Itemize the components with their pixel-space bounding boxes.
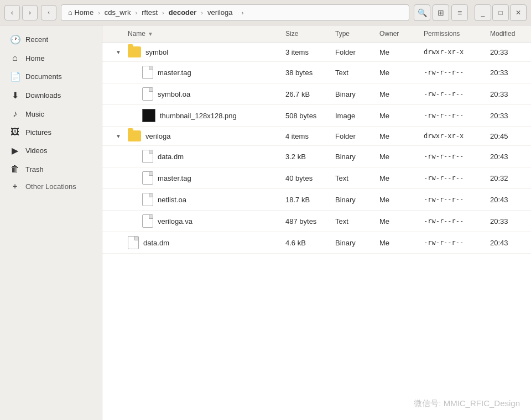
type-cell-symbol: Folder	[332, 46, 376, 59]
table-row[interactable]: ▼ symbol 3 items Folder Me drwxr-xr-x 20…	[102, 43, 531, 62]
view-toggle-button[interactable]: ⊞	[433, 4, 449, 21]
table-row[interactable]: veriloga.va 487 bytes Text Me -rw-r--r--…	[102, 211, 531, 232]
thumbnail-icon	[142, 109, 155, 122]
sidebar: 🕐 Recent ⌂ Home 📄 Documents ⬇ Downloads …	[0, 25, 102, 420]
modified-cell-master-tag-2: 20:32	[487, 172, 531, 185]
owner-cell-symbol: Me	[376, 46, 420, 59]
modified-cell-master-tag-1: 20:33	[487, 66, 531, 79]
filename-data-dm-1: data.dm	[158, 153, 184, 161]
perms-cell-master-tag-1: -rw-r--r--	[420, 66, 487, 78]
type-cell-master-tag-2: Text	[332, 172, 376, 185]
toolbar-right: 🔍 ⊞ ≡	[414, 4, 468, 21]
name-cell-netlist-oa: netlist.oa	[124, 191, 282, 208]
file-icon-symbol-oa	[142, 87, 153, 101]
sidebar-item-pictures[interactable]: 🖼 Pictures	[2, 123, 100, 141]
header-owner[interactable]: Owner	[376, 29, 420, 39]
header-type[interactable]: Type	[332, 29, 376, 39]
header-modified[interactable]: Modified	[487, 29, 531, 39]
documents-icon: 📄	[10, 71, 20, 82]
sidebar-item-trash[interactable]: 🗑 Trash	[2, 160, 100, 178]
name-cell-veriloga: veriloga	[124, 128, 282, 144]
nav-forward-button[interactable]: ›	[22, 5, 38, 20]
nav-up-button[interactable]: ‹	[41, 5, 56, 20]
menu-button[interactable]: ≡	[451, 4, 468, 21]
header-expand	[102, 29, 124, 39]
sidebar-item-recent[interactable]: 🕐 Recent	[2, 30, 100, 49]
modified-cell-data-dm-2: 20:43	[487, 237, 531, 249]
breadcrumb-veriloga[interactable]: veriloga	[204, 7, 236, 18]
filename-master-tag-2: master.tag	[158, 174, 191, 182]
music-icon: ♪	[10, 109, 20, 119]
expand-cell-symbol[interactable]: ▼	[102, 46, 124, 58]
perms-cell-veriloga-va: -rw-r--r--	[420, 215, 487, 227]
table-row[interactable]: data.dm 4.6 kB Binary Me -rw-r--r-- 20:4…	[102, 232, 531, 254]
close-button[interactable]: ✕	[510, 4, 527, 21]
breadcrumb-expand-arrow[interactable]: ›	[237, 7, 248, 18]
maximize-button[interactable]: □	[492, 4, 509, 21]
table-row[interactable]: netlist.oa 18.7 kB Binary Me -rw-r--r-- …	[102, 189, 531, 211]
breadcrumb-sep-4: ›	[201, 9, 203, 16]
file-icon-veriloga-va	[142, 214, 153, 228]
expand-arrow-veriloga[interactable]: ▼	[114, 132, 122, 140]
table-row[interactable]: data.dm 3.2 kB Binary Me -rw-r--r-- 20:4…	[102, 146, 531, 167]
type-cell-netlist-oa: Binary	[332, 193, 376, 206]
owner-cell-netlist-oa: Me	[376, 193, 420, 206]
file-icon-netlist-oa	[142, 193, 153, 206]
titlebar: ‹ › ‹ ⌂ Home › cds_wrk › rftest › decode…	[0, 0, 531, 25]
breadcrumb-home[interactable]: ⌂ Home	[65, 7, 97, 18]
name-cell-data-dm-2: data.dm	[124, 234, 282, 251]
file-area: Name ▼ Size Type Owner Permissions Modif…	[102, 25, 531, 420]
table-row[interactable]: thumbnail_128x128.png 508 bytes Image Me…	[102, 105, 531, 127]
header-permissions[interactable]: Permissions	[420, 29, 487, 39]
header-name[interactable]: Name ▼	[124, 29, 282, 39]
table-row[interactable]: master.tag 38 bytes Text Me -rw-r--r-- 2…	[102, 62, 531, 83]
expand-cell-veriloga[interactable]: ▼	[102, 130, 124, 142]
table-row[interactable]: master.tag 40 bytes Text Me -rw-r--r-- 2…	[102, 167, 531, 189]
name-cell-data-dm-1: data.dm	[124, 148, 282, 165]
minimize-button[interactable]: _	[475, 4, 491, 21]
modified-cell-netlist-oa: 20:43	[487, 193, 531, 206]
sidebar-item-music[interactable]: ♪ Music	[2, 105, 100, 123]
perms-cell-thumbnail: -rw-r--r--	[420, 109, 487, 122]
type-cell-master-tag-1: Text	[332, 66, 376, 79]
breadcrumb-sep-3: ›	[162, 9, 164, 16]
breadcrumb-cds-wrk[interactable]: cds_wrk	[101, 7, 134, 18]
modified-cell-veriloga-va: 20:33	[487, 215, 531, 228]
search-button[interactable]: 🔍	[414, 4, 430, 21]
expand-cell-data-dm-2	[102, 240, 124, 245]
sidebar-item-home[interactable]: ⌂ Home	[2, 49, 100, 67]
owner-cell-symbol-oa: Me	[376, 88, 420, 101]
breadcrumb-sep-2: ›	[136, 9, 138, 16]
trash-icon: 🗑	[10, 164, 20, 174]
name-cell-symbol: symbol	[124, 44, 282, 60]
sidebar-item-videos[interactable]: ▶ Videos	[2, 141, 100, 160]
sidebar-label-documents: Documents	[25, 72, 92, 81]
perms-cell-data-dm-2: -rw-r--r--	[420, 237, 487, 249]
breadcrumb-decoder[interactable]: decoder	[165, 7, 200, 18]
size-cell-veriloga-va: 487 bytes	[282, 215, 332, 228]
expand-cell-thumbnail	[102, 113, 124, 118]
table-row[interactable]: symbol.oa 26.7 kB Binary Me -rw-r--r-- 2…	[102, 83, 531, 105]
sidebar-item-documents[interactable]: 📄 Documents	[2, 67, 100, 86]
size-cell-master-tag-1: 38 bytes	[282, 66, 332, 79]
modified-cell-thumbnail: 20:33	[487, 109, 531, 122]
filename-symbol: symbol	[145, 48, 168, 56]
sidebar-item-other-locations[interactable]: + Other Locations	[2, 179, 100, 194]
file-icon-master-tag-1	[142, 66, 153, 79]
perms-cell-veriloga: drwxr-xr-x	[420, 130, 487, 142]
recent-icon: 🕐	[10, 34, 20, 45]
filename-veriloga-va: veriloga.va	[158, 217, 192, 225]
expand-arrow-symbol[interactable]: ▼	[114, 48, 122, 56]
sidebar-label-videos: Videos	[25, 146, 92, 155]
sidebar-item-downloads[interactable]: ⬇ Downloads	[2, 86, 100, 104]
breadcrumb-rftest[interactable]: rftest	[138, 7, 161, 18]
table-row[interactable]: ▼ veriloga 4 items Folder Me drwxr-xr-x …	[102, 127, 531, 146]
size-cell-netlist-oa: 18.7 kB	[282, 193, 332, 206]
expand-cell-netlist-oa	[102, 197, 124, 202]
nav-back-button[interactable]: ‹	[4, 5, 20, 20]
header-size[interactable]: Size	[282, 29, 332, 39]
size-cell-veriloga: 4 items	[282, 130, 332, 143]
type-cell-thumbnail: Image	[332, 109, 376, 122]
sidebar-label-music: Music	[25, 110, 92, 118]
modified-cell-data-dm-1: 20:43	[487, 150, 531, 163]
